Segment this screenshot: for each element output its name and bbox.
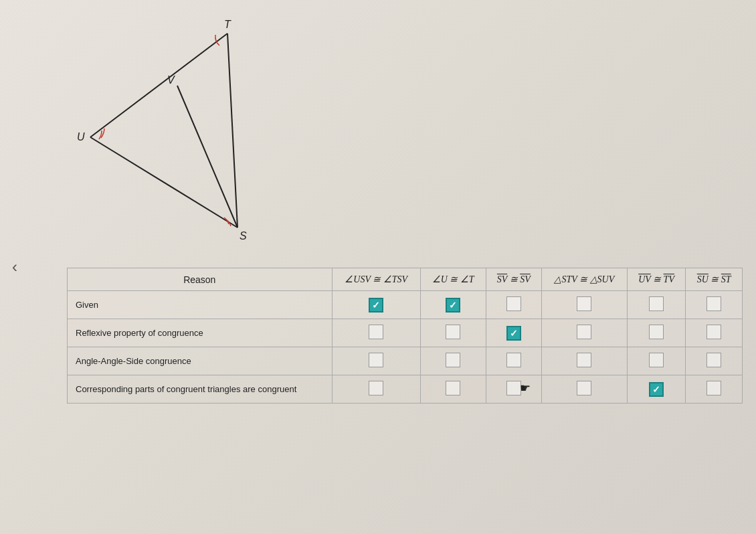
given-row: Given xyxy=(68,291,743,319)
triangle-diagram: T U V S xyxy=(54,13,268,254)
reflexive-col4[interactable] xyxy=(541,319,627,347)
reason-header: Reason xyxy=(68,268,333,291)
cpctc-col3[interactable]: ☛ xyxy=(486,375,541,404)
reflexive-col3[interactable] xyxy=(486,319,541,347)
cpctc-col6[interactable] xyxy=(686,375,743,404)
given-col4[interactable] xyxy=(541,291,627,319)
reflexive-col6-checkbox[interactable] xyxy=(706,325,721,339)
aas-col5[interactable] xyxy=(627,347,686,375)
col3-header: SV ≅ SV xyxy=(486,268,541,291)
cpctc-col5[interactable] xyxy=(627,375,686,404)
col1-header: ∠USV ≅ ∠TSV xyxy=(332,268,420,291)
cpctc-col4-checkbox[interactable] xyxy=(577,381,591,395)
svg-line-0 xyxy=(90,33,227,137)
given-col6-checkbox[interactable] xyxy=(706,296,721,311)
col3-math: SV ≅ SV xyxy=(497,274,531,284)
aas-col1[interactable] xyxy=(332,347,420,375)
main-content: ‹ T U V S xyxy=(0,0,756,534)
aas-col4-checkbox[interactable] xyxy=(577,353,591,367)
cpctc-col3-checkbox[interactable] xyxy=(506,381,521,395)
given-col3[interactable] xyxy=(486,291,541,319)
aas-reason: Angle-Angle-Side congruence xyxy=(68,347,333,375)
cpctc-col2[interactable] xyxy=(420,375,486,404)
cpctc-row: Corresponding parts of congruent triangl… xyxy=(68,375,743,404)
cpctc-col1-checkbox[interactable] xyxy=(369,381,383,395)
aas-col2-checkbox[interactable] xyxy=(446,353,460,367)
vertex-V-label: V xyxy=(167,74,175,86)
svg-line-2 xyxy=(90,137,238,228)
reflexive-row: Reflexive property of congruence xyxy=(68,319,743,347)
given-col5[interactable] xyxy=(627,291,686,319)
reflexive-col2-checkbox[interactable] xyxy=(446,325,460,339)
aas-col2[interactable] xyxy=(420,347,486,375)
reflexive-col5[interactable] xyxy=(627,319,686,347)
vertex-S-label: S xyxy=(240,230,247,242)
reflexive-col2[interactable] xyxy=(420,319,486,347)
col6-header: SU ≅ ST xyxy=(686,268,743,291)
cpctc-col6-checkbox[interactable] xyxy=(706,381,721,395)
given-col1[interactable] xyxy=(332,291,420,319)
cpctc-col4[interactable] xyxy=(541,375,627,404)
col1-math: ∠USV ≅ ∠TSV xyxy=(345,274,407,284)
cpctc-reason: Corresponding parts of congruent triangl… xyxy=(68,375,333,404)
cpctc-col5-checkbox[interactable] xyxy=(649,382,664,397)
col6-math: SU ≅ ST xyxy=(697,274,731,284)
vertex-U-label: U xyxy=(77,131,85,143)
reflexive-reason: Reflexive property of congruence xyxy=(68,319,333,347)
reflexive-col3-checkbox[interactable] xyxy=(506,326,521,341)
back-arrow[interactable]: ‹ xyxy=(12,258,17,276)
reflexive-col1[interactable] xyxy=(332,319,420,347)
given-col5-checkbox[interactable] xyxy=(649,296,664,311)
aas-col6[interactable] xyxy=(686,347,743,375)
svg-line-1 xyxy=(227,33,238,228)
given-col6[interactable] xyxy=(686,291,743,319)
col4-header: △STV ≅ △SUV xyxy=(541,268,627,291)
reflexive-col4-checkbox[interactable] xyxy=(577,325,591,339)
aas-col3-checkbox[interactable] xyxy=(506,353,521,367)
reflexive-col6[interactable] xyxy=(686,319,743,347)
aas-col3[interactable] xyxy=(486,347,541,375)
aas-col4[interactable] xyxy=(541,347,627,375)
proof-table-container: Reason ∠USV ≅ ∠TSV ∠U ≅ ∠T SV ≅ SV △STV … xyxy=(67,268,743,404)
col5-header: UV ≅ TV xyxy=(627,268,686,291)
given-reason: Given xyxy=(68,291,333,319)
aas-row: Angle-Angle-Side congruence xyxy=(68,347,743,375)
cursor-hand-icon: ☛ xyxy=(520,381,531,395)
given-col2[interactable] xyxy=(420,291,486,319)
cpctc-col2-checkbox[interactable] xyxy=(446,381,460,395)
col4-math: △STV ≅ △SUV xyxy=(554,274,614,284)
vertex-T-label: T xyxy=(224,19,231,30)
col2-header: ∠U ≅ ∠T xyxy=(420,268,486,291)
col5-math: UV ≅ TV xyxy=(638,274,674,284)
reflexive-col5-checkbox[interactable] xyxy=(649,325,664,339)
cpctc-col1[interactable] xyxy=(332,375,420,404)
col2-math: ∠U ≅ ∠T xyxy=(432,274,474,284)
given-col1-checkbox[interactable] xyxy=(369,298,383,313)
reflexive-col1-checkbox[interactable] xyxy=(369,325,383,339)
given-col4-checkbox[interactable] xyxy=(577,296,591,311)
aas-col5-checkbox[interactable] xyxy=(649,353,664,367)
aas-col6-checkbox[interactable] xyxy=(706,353,721,367)
proof-table: Reason ∠USV ≅ ∠TSV ∠U ≅ ∠T SV ≅ SV △STV … xyxy=(67,268,743,404)
given-col3-checkbox[interactable] xyxy=(506,296,521,311)
aas-col1-checkbox[interactable] xyxy=(369,353,383,367)
svg-line-3 xyxy=(177,86,238,228)
given-col2-checkbox[interactable] xyxy=(446,298,460,313)
table-header-row: Reason ∠USV ≅ ∠TSV ∠U ≅ ∠T SV ≅ SV △STV … xyxy=(68,268,743,291)
